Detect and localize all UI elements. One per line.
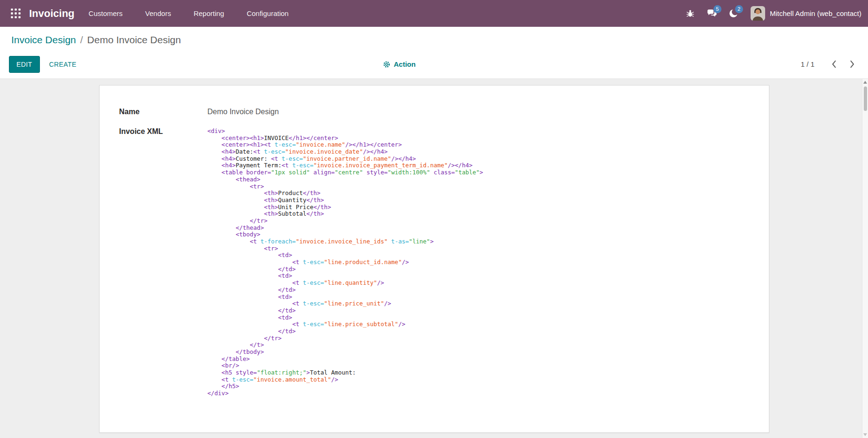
messages-count-badge: 5 bbox=[713, 5, 721, 13]
gear-icon bbox=[383, 61, 390, 68]
action-label: Action bbox=[394, 60, 416, 68]
scrollbar-up-arrow[interactable] bbox=[863, 81, 867, 84]
scrollbar[interactable] bbox=[862, 79, 868, 438]
user-menu[interactable]: Mitchell Admin (web_contact) bbox=[751, 6, 861, 21]
user-avatar bbox=[751, 6, 765, 21]
scrollbar-thumb[interactable] bbox=[864, 86, 867, 111]
systray: 5 2 Mitchell Admin (web_contact) bbox=[681, 3, 861, 24]
menu-item-reporting[interactable]: Reporting bbox=[194, 9, 224, 17]
name-field-value: Demo Invoice Design bbox=[208, 107, 279, 117]
pager-next-icon[interactable] bbox=[846, 58, 858, 70]
invoice-xml-field-label: Invoice XML bbox=[119, 127, 208, 397]
name-field-row: Name Demo Invoice Design bbox=[119, 107, 750, 117]
edit-button[interactable]: EDIT bbox=[9, 56, 40, 73]
pager-previous-icon[interactable] bbox=[829, 58, 840, 70]
menu-item-vendors[interactable]: Vendors bbox=[145, 9, 171, 17]
breadcrumb-parent-link[interactable]: Invoice Design bbox=[11, 34, 76, 46]
menu-item-customers[interactable]: Customers bbox=[89, 9, 123, 17]
app-title[interactable]: Invoicing bbox=[29, 8, 75, 20]
action-menu[interactable]: Action bbox=[383, 60, 416, 68]
activities-icon[interactable]: 2 bbox=[724, 3, 743, 24]
content-area: Name Demo Invoice Design Invoice XML <di… bbox=[0, 79, 868, 438]
name-field-label: Name bbox=[119, 107, 208, 117]
create-button[interactable]: CREATE bbox=[49, 61, 77, 68]
pager: 1 / 1 bbox=[801, 58, 858, 70]
messages-icon[interactable]: 5 bbox=[703, 3, 721, 24]
breadcrumb-current: Demo Invoice Design bbox=[87, 34, 181, 46]
invoice-xml-field-row: Invoice XML <div> <center><h1>INVOICE</h… bbox=[119, 127, 750, 397]
scrollbar-down-arrow[interactable] bbox=[863, 433, 867, 436]
breadcrumb-separator: / bbox=[80, 34, 83, 46]
menu-item-configuration[interactable]: Configuration bbox=[247, 9, 288, 17]
debug-bug-icon[interactable] bbox=[681, 3, 700, 24]
form-sheet: Name Demo Invoice Design Invoice XML <di… bbox=[99, 85, 769, 433]
invoice-xml-field-value: <div> <center><h1>INVOICE</h1></center> … bbox=[208, 127, 483, 397]
breadcrumb: Invoice Design / Demo Invoice Design bbox=[0, 27, 868, 53]
invoice-xml-code: <div> <center><h1>INVOICE</h1></center> … bbox=[208, 128, 483, 397]
control-panel: EDIT CREATE Action 1 / 1 bbox=[0, 53, 868, 79]
activities-count-badge: 2 bbox=[735, 5, 743, 13]
pager-value[interactable]: 1 / 1 bbox=[801, 60, 814, 68]
user-name: Mitchell Admin (web_contact) bbox=[770, 9, 861, 17]
apps-grid-icon[interactable] bbox=[6, 4, 25, 23]
main-menu: Customers Vendors Reporting Configuratio… bbox=[89, 9, 289, 17]
top-navbar: Invoicing Customers Vendors Reporting Co… bbox=[0, 0, 868, 27]
